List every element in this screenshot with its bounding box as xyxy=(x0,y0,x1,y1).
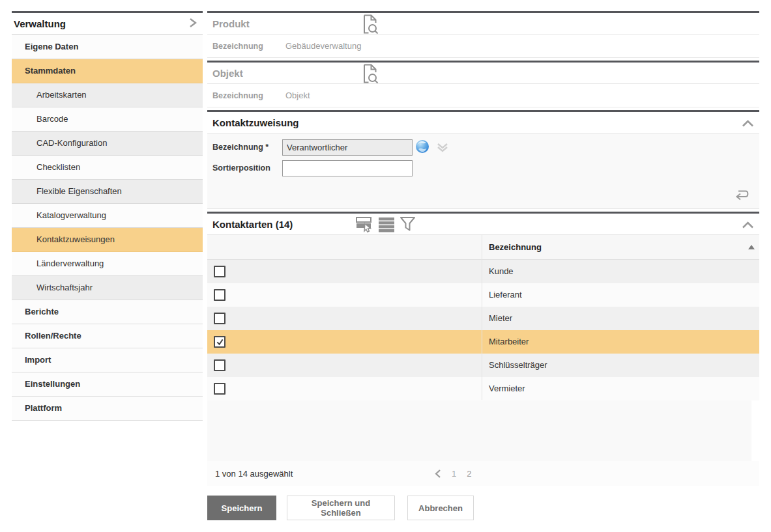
sidebar-item-wirtschaftsjahr[interactable]: Wirtschaftsjahr xyxy=(12,276,203,300)
sidebar: Verwaltung Eigene Daten Stammdaten Arbei… xyxy=(12,11,203,421)
section-objekt: Objekt Bezeichnung Objekt xyxy=(207,61,759,107)
sortierposition-field-label: Sortierposition xyxy=(212,160,270,176)
sidebar-item-stammdaten[interactable]: Stammdaten xyxy=(12,59,203,83)
table-empty-area xyxy=(207,400,759,461)
globe-icon[interactable] xyxy=(415,139,429,156)
chevron-up-icon[interactable] xyxy=(742,220,754,232)
cancel-button[interactable]: Abbrechen xyxy=(407,496,474,520)
column-header-bezeichnung[interactable]: Bezeichnung xyxy=(489,235,542,259)
objekt-section-title: Objekt xyxy=(212,68,243,79)
section-kontaktarten: Kontaktarten (14) xyxy=(207,212,759,486)
column-divider xyxy=(482,234,482,400)
action-button-bar: Speichern Speichern und Schließen Abbrec… xyxy=(207,496,759,520)
table-row[interactable]: Schlüsselträger xyxy=(207,354,759,377)
chevron-left-icon[interactable] xyxy=(434,469,441,479)
chevron-up-icon[interactable] xyxy=(742,119,754,130)
sidebar-item-kontaktzuweisungen[interactable]: Kontaktzuweisungen xyxy=(12,228,203,252)
kontaktarten-table: Bezeichnung Kunde Lieferant Mieter xyxy=(207,234,759,486)
row-checkbox[interactable] xyxy=(214,383,225,395)
row-label: Mieter xyxy=(489,307,512,330)
select-rows-icon[interactable] xyxy=(356,216,373,232)
sidebar-item-cad-konfiguration[interactable]: CAD-Konfiguration xyxy=(12,132,203,156)
section-kontaktzuweisung: Kontaktzuweisung Bezeichnung * xyxy=(207,110,759,209)
selection-count: 1 von 14 ausgewählt xyxy=(215,469,293,479)
sidebar-item-rollen-rechte[interactable]: Rollen/Rechte xyxy=(12,324,203,348)
bezeichnung-field-label: Bezeichnung * xyxy=(212,139,269,156)
sidebar-item-arbeitskarten[interactable]: Arbeitskarten xyxy=(12,83,203,107)
pagination: 1 2 xyxy=(434,469,471,479)
chevron-right-icon xyxy=(188,17,197,31)
row-label: Kunde xyxy=(489,260,514,283)
sidebar-item-barcode[interactable]: Barcode xyxy=(12,107,203,132)
sidebar-item-plattform[interactable]: Plattform xyxy=(12,397,203,421)
save-button[interactable]: Speichern xyxy=(207,496,276,520)
scrollbar-gutter xyxy=(751,400,759,461)
table-row[interactable]: Mitarbeiter xyxy=(207,330,759,354)
row-label: Lieferant xyxy=(489,283,522,307)
save-and-close-button[interactable]: Speichern und Schließen xyxy=(287,496,395,520)
sidebar-item-berichte[interactable]: Berichte xyxy=(12,300,203,324)
row-label: Vermieter xyxy=(489,377,525,400)
row-label: Schlüsselträger xyxy=(489,354,547,377)
table-row[interactable]: Lieferant xyxy=(207,283,759,307)
undo-arrow-icon[interactable] xyxy=(733,188,751,203)
page-number-2[interactable]: 2 xyxy=(467,469,471,479)
sidebar-item-flexible-eigenschaften[interactable]: Flexible Eigenschaften xyxy=(12,180,203,204)
page-number-1[interactable]: 1 xyxy=(452,469,456,479)
section-produkt: Produkt Bezeichnung Gebäudeverwaltung xyxy=(207,11,759,58)
produkt-section-title: Produkt xyxy=(212,18,250,29)
document-search-icon[interactable] xyxy=(362,14,379,37)
bezeichnung-input[interactable] xyxy=(282,139,413,156)
row-label: Mitarbeiter xyxy=(489,330,529,354)
main-content: Produkt Bezeichnung Gebäudeverwaltung Ob… xyxy=(207,11,759,520)
produkt-field-value: Gebäudeverwaltung xyxy=(285,41,361,51)
produkt-field-label: Bezeichnung xyxy=(207,42,285,51)
row-checkbox[interactable] xyxy=(214,359,225,371)
row-checkbox[interactable] xyxy=(214,313,225,324)
objekt-field-value: Objekt xyxy=(285,91,310,100)
table-header: Bezeichnung xyxy=(207,234,759,260)
kontaktzuweisung-section-title: Kontaktzuweisung xyxy=(212,117,299,128)
objekt-field-label: Bezeichnung xyxy=(207,91,285,100)
sortierposition-input[interactable] xyxy=(282,160,413,176)
sidebar-item-laenderverwaltung[interactable]: Länderverwaltung xyxy=(12,252,203,276)
double-chevron-down-icon[interactable] xyxy=(437,143,448,156)
table-row[interactable]: Kunde xyxy=(207,260,759,283)
table-row[interactable]: Vermieter xyxy=(207,377,759,400)
row-checkbox[interactable] xyxy=(214,336,225,348)
sidebar-item-eigene-daten[interactable]: Eigene Daten xyxy=(12,35,203,59)
sidebar-item-checklisten[interactable]: Checklisten xyxy=(12,156,203,180)
kontaktarten-section-title: Kontaktarten (14) xyxy=(212,219,293,230)
row-checkbox[interactable] xyxy=(214,266,225,277)
sidebar-header-verwaltung[interactable]: Verwaltung xyxy=(12,11,203,35)
table-row[interactable]: Mieter xyxy=(207,307,759,330)
document-search-icon[interactable] xyxy=(362,64,379,87)
sidebar-item-einstellungen[interactable]: Einstellungen xyxy=(12,372,203,397)
scroll-up-icon[interactable] xyxy=(748,245,755,249)
filter-funnel-icon[interactable] xyxy=(400,216,416,232)
sidebar-title: Verwaltung xyxy=(14,18,66,29)
sidebar-item-import[interactable]: Import xyxy=(12,348,203,372)
sidebar-item-katalogverwaltung[interactable]: Katalogverwaltung xyxy=(12,204,203,228)
rows-icon[interactable] xyxy=(379,217,394,232)
table-footer: 1 von 14 ausgewählt 1 2 xyxy=(207,461,759,486)
row-checkbox[interactable] xyxy=(214,289,225,301)
